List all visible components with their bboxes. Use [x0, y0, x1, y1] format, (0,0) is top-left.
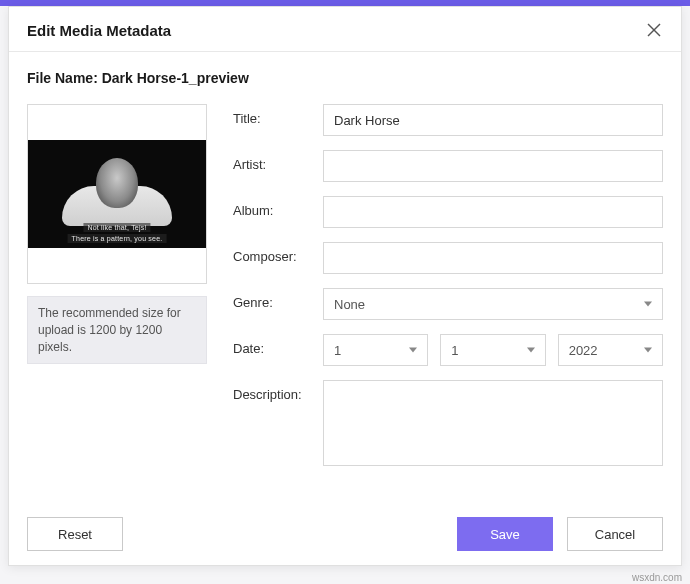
artist-row: Artist:: [233, 150, 663, 182]
content-row: Not like that, Tejs! There is a pattern,…: [27, 104, 663, 484]
description-input[interactable]: [323, 380, 663, 466]
chevron-down-icon: [409, 348, 417, 353]
edit-metadata-dialog: Edit Media Metadata File Name: Dark Hors…: [8, 6, 682, 566]
genre-label: Genre:: [233, 288, 323, 310]
date-day-value: 1: [334, 343, 341, 358]
watermark: wsxdn.com: [632, 572, 682, 583]
filename-label: File Name: Dark Horse-1_preview: [27, 70, 663, 86]
composer-label: Composer:: [233, 242, 323, 264]
album-input[interactable]: [323, 196, 663, 228]
save-button[interactable]: Save: [457, 517, 553, 551]
chevron-down-icon: [644, 302, 652, 307]
preview-column: Not like that, Tejs! There is a pattern,…: [27, 104, 207, 484]
subtitle-line-1: Not like that, Tejs!: [83, 223, 150, 232]
subtitle-line-2: There is a pattern, you see.: [68, 234, 167, 243]
dialog-header: Edit Media Metadata: [9, 7, 681, 52]
title-label: Title:: [233, 104, 323, 126]
date-month-select[interactable]: 1: [440, 334, 545, 366]
form-column: Title: Artist: Album:: [233, 104, 663, 484]
thumbnail-box[interactable]: Not like that, Tejs! There is a pattern,…: [27, 104, 207, 284]
date-label: Date:: [233, 334, 323, 356]
chevron-down-icon: [644, 348, 652, 353]
description-row: Description:: [233, 380, 663, 470]
close-icon: [647, 23, 661, 37]
artist-input[interactable]: [323, 150, 663, 182]
artist-label: Artist:: [233, 150, 323, 172]
title-input[interactable]: [323, 104, 663, 136]
genre-select[interactable]: None: [323, 288, 663, 320]
cancel-button[interactable]: Cancel: [567, 517, 663, 551]
genre-value: None: [334, 297, 365, 312]
reset-button[interactable]: Reset: [27, 517, 123, 551]
album-label: Album:: [233, 196, 323, 218]
footer-right-group: Save Cancel: [457, 517, 663, 551]
album-row: Album:: [233, 196, 663, 228]
thumbnail-image: Not like that, Tejs! There is a pattern,…: [28, 140, 206, 248]
upload-recommendation: The recommended size for upload is 1200 …: [27, 296, 207, 364]
title-row: Title:: [233, 104, 663, 136]
composer-input[interactable]: [323, 242, 663, 274]
close-button[interactable]: [645, 21, 663, 39]
date-day-select[interactable]: 1: [323, 334, 428, 366]
dialog-title: Edit Media Metadata: [27, 22, 171, 39]
date-year-value: 2022: [569, 343, 598, 358]
genre-row: Genre: None: [233, 288, 663, 320]
date-year-select[interactable]: 2022: [558, 334, 663, 366]
dialog-body: File Name: Dark Horse-1_preview Not like…: [9, 52, 681, 507]
dialog-footer: Reset Save Cancel: [9, 507, 681, 565]
description-label: Description:: [233, 380, 323, 402]
composer-row: Composer:: [233, 242, 663, 274]
chevron-down-icon: [527, 348, 535, 353]
date-month-value: 1: [451, 343, 458, 358]
date-row: Date: 1 1 2022: [233, 334, 663, 366]
